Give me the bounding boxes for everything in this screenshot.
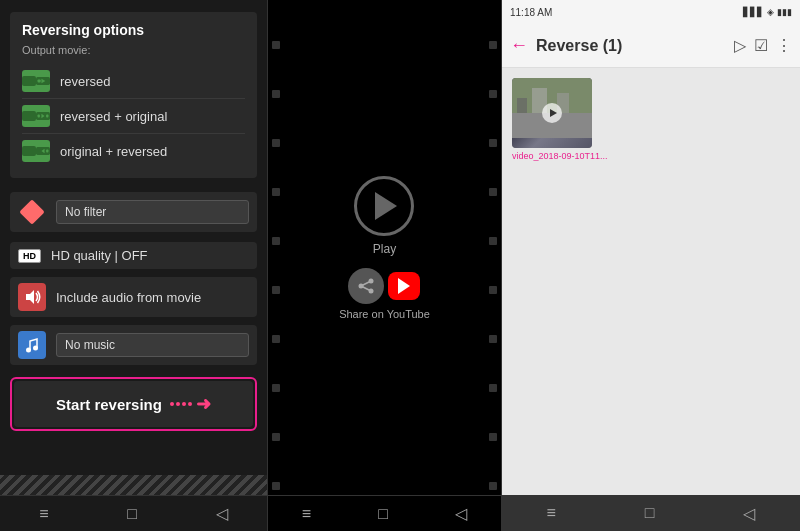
play-button[interactable] bbox=[354, 176, 414, 236]
audio-row[interactable]: Include audio from movie bbox=[10, 277, 257, 317]
reversed-original-label: reversed + original bbox=[60, 109, 167, 124]
film-hole bbox=[489, 384, 497, 392]
left-panel: Reversing options Output movie: reversed bbox=[0, 0, 268, 531]
film-hole bbox=[489, 41, 497, 49]
svg-rect-22 bbox=[517, 98, 527, 113]
film-hole bbox=[489, 335, 497, 343]
reversed-original-icon bbox=[22, 105, 50, 127]
svg-rect-9 bbox=[46, 149, 48, 152]
film-hole bbox=[489, 139, 497, 147]
option-reversed[interactable]: reversed bbox=[22, 64, 245, 99]
audio-label: Include audio from movie bbox=[56, 290, 201, 305]
audio-icon bbox=[18, 283, 46, 311]
film-hole bbox=[272, 482, 280, 490]
middle-content: Play Share on YouTube bbox=[339, 0, 430, 495]
bottom-nav-middle: ≡ □ ◁ bbox=[268, 495, 501, 531]
wifi-icon: ◈ bbox=[767, 7, 774, 17]
filter-icon bbox=[18, 198, 46, 226]
more-options-icon[interactable]: ⋮ bbox=[776, 36, 792, 55]
hd-row[interactable]: HD HD quality | OFF bbox=[10, 242, 257, 269]
right-panel: 11:18 AM ▋▋▋ ◈ ▮▮▮ ← Reverse (1) ▷ ☑ ⋮ bbox=[502, 0, 800, 531]
film-hole bbox=[272, 90, 280, 98]
music-icon bbox=[18, 331, 46, 359]
right-toolbar: ← Reverse (1) ▷ ☑ ⋮ bbox=[502, 24, 800, 68]
share-section: Share on YouTube bbox=[339, 268, 430, 320]
youtube-play-icon bbox=[398, 278, 410, 294]
start-reversing-button[interactable]: Start reversing ➜ bbox=[14, 381, 253, 427]
film-hole bbox=[272, 335, 280, 343]
youtube-button[interactable] bbox=[388, 272, 420, 300]
music-row: No music Music 1 Music 2 bbox=[10, 325, 257, 365]
nav-home-icon-right[interactable]: □ bbox=[645, 504, 655, 522]
toolbar-title: Reverse (1) bbox=[536, 37, 734, 55]
share-icons bbox=[348, 268, 420, 304]
film-hole bbox=[272, 139, 280, 147]
status-bar: 11:18 AM ▋▋▋ ◈ ▮▮▮ bbox=[502, 0, 800, 24]
reversed-label: reversed bbox=[60, 74, 111, 89]
stripes-bar bbox=[0, 475, 267, 495]
svg-point-11 bbox=[26, 348, 31, 353]
hd-badge: HD bbox=[18, 249, 41, 263]
dots-arrow: ➜ bbox=[170, 393, 211, 415]
svg-point-12 bbox=[33, 346, 38, 351]
film-hole bbox=[272, 286, 280, 294]
film-hole bbox=[272, 188, 280, 196]
nav-menu-icon-mid[interactable]: ≡ bbox=[302, 505, 311, 523]
video-filename: video_2018-09-10T11... bbox=[512, 151, 608, 161]
play-triangle-icon bbox=[375, 192, 397, 220]
nav-home-icon-mid[interactable]: □ bbox=[378, 505, 388, 523]
video-thumbnail[interactable] bbox=[512, 78, 592, 148]
checkbox-icon-toolbar[interactable]: ☑ bbox=[754, 36, 768, 55]
film-hole bbox=[272, 41, 280, 49]
film-strip-left bbox=[268, 0, 284, 531]
svg-rect-2 bbox=[38, 79, 41, 82]
share-icon[interactable] bbox=[348, 268, 384, 304]
film-strip-right bbox=[485, 0, 501, 531]
film-hole bbox=[272, 384, 280, 392]
play-icon-toolbar[interactable]: ▷ bbox=[734, 36, 746, 55]
nav-back-icon-right[interactable]: ◁ bbox=[743, 504, 755, 523]
film-hole bbox=[489, 188, 497, 196]
svg-line-17 bbox=[361, 286, 371, 291]
film-hole bbox=[489, 237, 497, 245]
signal-icon: ▋▋▋ bbox=[743, 7, 764, 17]
svg-line-16 bbox=[361, 281, 371, 286]
film-hole bbox=[489, 433, 497, 441]
start-btn-label: Start reversing bbox=[56, 396, 162, 413]
play-label: Play bbox=[373, 242, 396, 256]
svg-marker-10 bbox=[26, 290, 34, 304]
nav-home-icon[interactable]: □ bbox=[127, 505, 137, 523]
reversed-icon bbox=[22, 70, 50, 92]
film-hole bbox=[489, 482, 497, 490]
options-title: Reversing options bbox=[22, 22, 245, 38]
output-label: Output movie: bbox=[22, 44, 245, 56]
hd-label: HD quality | OFF bbox=[51, 248, 148, 263]
status-time: 11:18 AM bbox=[510, 7, 552, 18]
bottom-nav-left: ≡ □ ◁ bbox=[0, 495, 267, 531]
option-reversed-original[interactable]: reversed + original bbox=[22, 99, 245, 134]
option-original-reversed[interactable]: original + reversed bbox=[22, 134, 245, 168]
filter-row: No filter Vintage B&W Warm Cool bbox=[10, 192, 257, 232]
film-hole bbox=[489, 286, 497, 294]
nav-menu-icon[interactable]: ≡ bbox=[39, 505, 48, 523]
start-btn-container: Start reversing ➜ bbox=[10, 377, 257, 431]
filter-select[interactable]: No filter Vintage B&W Warm Cool bbox=[56, 200, 249, 224]
battery-icon: ▮▮▮ bbox=[777, 7, 792, 17]
nav-menu-icon-right[interactable]: ≡ bbox=[546, 504, 555, 522]
middle-panel: Play Share on YouTube bbox=[268, 0, 502, 531]
right-content: video_2018-09-10T11... bbox=[502, 68, 800, 495]
options-card: Reversing options Output movie: reversed bbox=[10, 12, 257, 178]
original-reversed-icon bbox=[22, 140, 50, 162]
svg-rect-5 bbox=[38, 114, 40, 117]
video-item[interactable]: video_2018-09-10T11... bbox=[512, 78, 608, 161]
back-button[interactable]: ← bbox=[510, 35, 528, 56]
film-hole bbox=[489, 90, 497, 98]
nav-back-icon[interactable]: ◁ bbox=[216, 504, 228, 523]
svg-rect-6 bbox=[46, 114, 48, 117]
music-select[interactable]: No music Music 1 Music 2 bbox=[56, 333, 249, 357]
nav-back-icon-mid[interactable]: ◁ bbox=[455, 504, 467, 523]
thumb-play-triangle bbox=[550, 109, 557, 117]
film-hole bbox=[272, 237, 280, 245]
bottom-nav-right: ≡ □ ◁ bbox=[502, 495, 800, 531]
share-label: Share on YouTube bbox=[339, 308, 430, 320]
